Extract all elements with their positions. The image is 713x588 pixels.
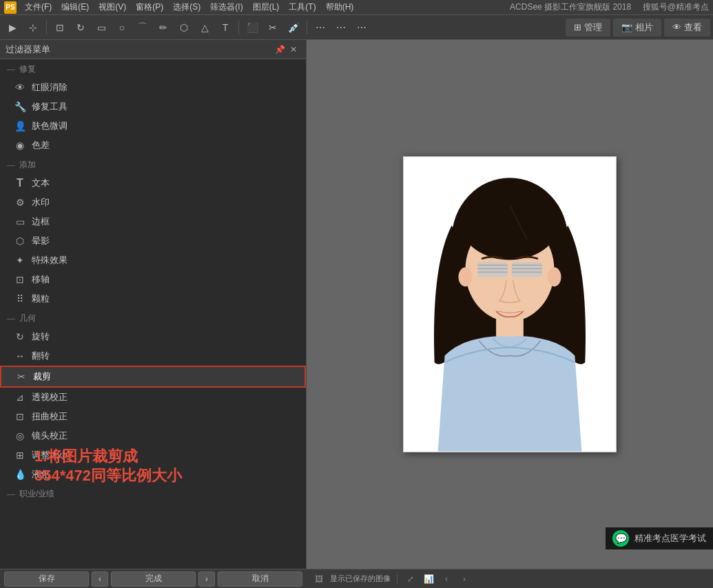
menu-select[interactable]: 选择(S) xyxy=(169,1,205,14)
menu-help[interactable]: 帮助(H) xyxy=(322,1,358,14)
tool-more1[interactable]: ⋯ xyxy=(311,18,330,37)
wechat-icon: 💬 xyxy=(612,530,629,547)
chromatic-icon: ◉ xyxy=(14,139,26,151)
tool-lasso[interactable]: ⌒ xyxy=(133,18,152,37)
left-bottom-actions: 保存 ‹ 完成 › 取消 xyxy=(0,569,307,588)
section-geometry: 几何 xyxy=(0,308,306,327)
svg-rect-6 xyxy=(477,262,508,277)
toolbar: ▶ ⊹ ⊡ ↻ ▭ ○ ⌒ ✏ ⬡ △ T ⬛ ✂ 💉 ⋯ ⋯ ⋯ ⊞ 管理 📷… xyxy=(0,15,713,40)
tab-photo[interactable]: 📷 相片 xyxy=(613,19,661,36)
brand-text: ACDSee 摄影工作室旗舰版 2018 搜狐号@精准考点 xyxy=(510,1,709,13)
filter-skincolor[interactable]: 👤 肤色微调 xyxy=(0,116,306,136)
save-button[interactable]: 保存 xyxy=(4,571,89,587)
tab-manage[interactable]: ⊞ 管理 xyxy=(566,19,610,36)
filter-chromatic[interactable]: ◉ 色差 xyxy=(0,136,306,155)
camera-icon: 📷 xyxy=(621,22,632,32)
border-icon: ▭ xyxy=(14,216,26,228)
filter-flip[interactable]: ↔ 翻转 xyxy=(0,346,306,366)
filter-border[interactable]: ▭ 边框 xyxy=(0,212,306,231)
grain-icon: ⠿ xyxy=(14,293,26,305)
tool-crop[interactable]: ✂ xyxy=(263,18,282,37)
filter-distort[interactable]: ⊡ 扭曲校正 xyxy=(0,407,306,426)
chart-icon[interactable]: 📊 xyxy=(422,572,435,586)
filter-liquify[interactable]: 💧 液化 xyxy=(0,465,306,484)
filter-perspective[interactable]: ⊿ 透视校正 xyxy=(0,388,306,407)
menu-view[interactable]: 视图(V) xyxy=(94,1,130,14)
prev-button[interactable]: ‹ xyxy=(92,571,108,587)
filter-rotate[interactable]: ↻ 旋转 xyxy=(0,327,306,346)
image-icon[interactable]: 🖼 xyxy=(312,572,326,586)
svg-point-5 xyxy=(462,191,557,260)
rotate-icon: ↻ xyxy=(14,330,26,343)
status-saved-text: 显示已保存的图像 xyxy=(330,574,391,584)
tool-brush[interactable]: ✏ xyxy=(154,18,173,37)
menu-bar: PS 文件(F) 编辑(E) 视图(V) 窗格(P) 选择(S) 筛选器(I) … xyxy=(0,0,713,15)
tool-more2[interactable]: ⋯ xyxy=(331,18,351,37)
skin-icon: 👤 xyxy=(14,120,26,132)
tool-select[interactable]: ⊹ xyxy=(23,18,43,37)
panel-header: 过滤器菜单 📌 ✕ xyxy=(0,40,306,59)
tool-eraser[interactable]: ⬡ xyxy=(174,18,194,37)
filter-redeye[interactable]: 👁 红眼消除 xyxy=(0,78,306,97)
tool-fill[interactable]: ⬛ xyxy=(242,18,262,37)
distort-icon: ⊡ xyxy=(14,410,26,423)
panel-close-btn[interactable]: ✕ xyxy=(287,43,300,56)
svg-point-14 xyxy=(458,267,472,286)
nav-left-icon[interactable]: ‹ xyxy=(440,572,453,586)
svg-point-15 xyxy=(548,267,561,286)
left-panel: 过滤器菜单 📌 ✕ 修复 👁 红眼消除 🔧 修复工具 👤 肤色微调 ◉ xyxy=(0,40,307,569)
main-layout: 过滤器菜单 📌 ✕ 修复 👁 红眼消除 🔧 修复工具 👤 肤色微调 ◉ xyxy=(0,40,713,569)
panel-content: 修复 👁 红眼消除 🔧 修复工具 👤 肤色微调 ◉ 色差 添加 xyxy=(0,59,306,569)
cancel-button[interactable]: 取消 xyxy=(218,571,302,587)
redeye-icon: 👁 xyxy=(14,81,26,94)
menu-tool[interactable]: 工具(T) xyxy=(285,1,320,14)
menu-file[interactable]: 文件(F) xyxy=(21,1,56,14)
menu-edit[interactable]: 编辑(E) xyxy=(57,1,93,14)
filter-vignette[interactable]: ⬡ 晕影 xyxy=(0,231,306,251)
filter-lens[interactable]: ◎ 镜头校正 xyxy=(0,426,306,445)
vignette-icon: ⬡ xyxy=(14,235,26,247)
menu-layer[interactable]: 图层(L) xyxy=(249,1,284,14)
filter-special[interactable]: ✦ 特殊效果 xyxy=(0,251,306,270)
flip-icon: ↔ xyxy=(14,350,26,362)
menu-filter[interactable]: 筛选器(I) xyxy=(206,1,247,14)
filter-crop[interactable]: ✂ 裁剪 xyxy=(0,366,306,388)
tool-ellipse[interactable]: ○ xyxy=(112,18,132,37)
filter-tilt[interactable]: ⊡ 移轴 xyxy=(0,270,306,289)
panel-title: 过滤器菜单 xyxy=(6,43,273,56)
filter-text[interactable]: T 文本 xyxy=(0,174,306,193)
tool-rect[interactable]: ▭ xyxy=(92,18,111,37)
filter-resize[interactable]: ⊞ 调整大小 xyxy=(0,445,306,465)
wechat-label: 精准考点医学考试 xyxy=(634,532,706,545)
eye-icon: 👁 xyxy=(672,22,681,32)
expand-icon[interactable]: ⤢ xyxy=(404,572,417,586)
filter-watermark[interactable]: ⚙ 水印 xyxy=(0,193,306,212)
portrait-photo: PS教程论坛 WWW.16XX8.COM xyxy=(403,156,617,452)
tool-shape[interactable]: △ xyxy=(195,18,214,37)
complete-button[interactable]: 完成 xyxy=(111,571,196,587)
status-sep-1 xyxy=(397,574,397,584)
tool-eyedrop[interactable]: 💉 xyxy=(284,18,303,37)
section-professional: 职业/业绩 xyxy=(0,484,306,503)
right-panel: PS教程论坛 WWW.16XX8.COM xyxy=(307,40,713,569)
grid-icon: ⊞ xyxy=(574,22,581,32)
filter-repair[interactable]: 🔧 修复工具 xyxy=(0,97,306,116)
tab-view[interactable]: 👁 查看 xyxy=(664,19,710,36)
filter-grain[interactable]: ⠿ 颗粒 xyxy=(0,289,306,308)
right-bottom-status: 🖼 显示已保存的图像 ⤢ 📊 ‹ › xyxy=(307,569,713,588)
resize-icon: ⊞ xyxy=(14,449,26,461)
toolbar-right: ⊞ 管理 📷 相片 👁 查看 xyxy=(566,19,710,36)
menu-window[interactable]: 窗格(P) xyxy=(132,1,167,14)
panel-pin-btn[interactable]: 📌 xyxy=(273,43,287,56)
next-button[interactable]: › xyxy=(198,571,215,587)
toolbar-sep-2 xyxy=(238,21,239,34)
tool-text[interactable]: T xyxy=(216,18,235,37)
tool-pointer[interactable]: ▶ xyxy=(3,18,22,37)
tool-more3[interactable]: ⋯ xyxy=(352,18,371,37)
tool-rotate[interactable]: ↻ xyxy=(71,18,90,37)
perspective-icon: ⊿ xyxy=(14,391,26,403)
portrait-svg xyxy=(404,157,616,452)
nav-right-icon[interactable]: › xyxy=(457,572,471,586)
lens-icon: ◎ xyxy=(14,430,26,442)
tool-transform[interactable]: ⊡ xyxy=(50,18,70,37)
